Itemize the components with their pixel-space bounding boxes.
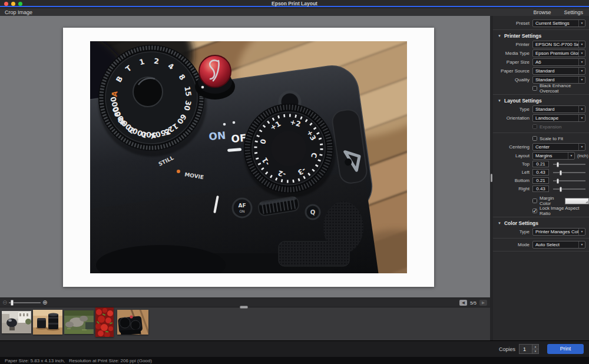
chevron-down-icon: ▼ [578,77,585,83]
disclosure-triangle-icon: ▼ [498,99,501,102]
zoom-in-icon[interactable]: ⊕ [42,299,47,306]
margin-color-swatch[interactable] [565,198,589,204]
margin-bottom-slider[interactable] [553,177,585,184]
preview-canvas: 1248153060125250X5001000200040008000ABT … [0,16,490,297]
margin-right-input[interactable]: 0.43 [532,186,549,192]
media-type-label: Media Type [497,51,530,56]
preset-dropdown[interactable]: Current Settings ▼ [532,19,585,27]
svg-text:A: A [110,90,119,97]
chevron-down-icon: ▼ [578,68,585,74]
chevron-down-icon: ▼ [578,50,585,57]
copies-decrement-icon[interactable]: ▼ [532,349,538,353]
printer-label: Printer [497,42,530,47]
media-type-dropdown[interactable]: Epson Premium Glossy ▼ [532,49,585,57]
margin-top-slider[interactable] [553,161,585,167]
color-type-dropdown[interactable]: Printer Manages Color ▼ [532,228,585,236]
layout-label: Layout [497,153,530,158]
layout-type-label: Type [497,107,530,112]
movie-indicator-dot [177,170,180,173]
copies-value[interactable]: 1 [519,345,532,353]
paper-size-label: Paper Size [497,59,530,65]
filmstrip [0,307,490,340]
paper-source-dropdown[interactable]: Standard ▼ [532,67,585,75]
next-image-button[interactable]: ▶ [479,300,487,306]
thumbnail-3[interactable] [64,310,94,334]
margin-bottom-label: Bottom [497,178,530,183]
copies-increment-icon[interactable]: ▲ [532,345,538,349]
chevron-down-icon: ▼ [578,59,585,65]
centering-dropdown[interactable]: Center ▼ [532,143,585,151]
color-mode-dropdown[interactable]: Auto Select ▼ [532,241,585,249]
thumbnail-2[interactable] [33,310,62,335]
power-on-label: ON [209,130,226,143]
quality-dropdown[interactable]: Standard ▼ [532,76,585,84]
svg-text:ON: ON [239,209,244,213]
print-button[interactable]: Print [547,344,584,354]
section-printer-settings[interactable]: ▼ Printer Settings [493,32,589,39]
zoom-slider-knob[interactable] [11,300,14,306]
margin-color-checkbox[interactable] [532,198,537,203]
thumbnail-1[interactable] [2,311,31,333]
main-toolbar: Crop Image Browse Settings [0,8,589,16]
margin-top-input[interactable]: 0.21 [532,161,549,167]
chevron-down-icon: ▼ [568,153,574,159]
settings-button[interactable]: Settings [564,9,583,15]
margin-right-label: Right [497,186,530,191]
disclosure-triangle-icon: ▼ [498,221,501,225]
section-color-settings[interactable]: ▼ Color Settings [493,219,589,227]
black-enhance-checkbox[interactable] [532,86,537,91]
chevron-down-icon: ▼ [578,41,585,48]
settings-panel: Preset Current Settings ▼ ▼ Printer Sett… [493,16,589,340]
preview-photo[interactable]: 1248153060125250X5001000200040008000ABT … [90,41,407,273]
previous-image-button[interactable]: ◀ [459,300,467,306]
margin-unit-label: (inch) [577,153,588,158]
status-text: Paper Size: 5.83 x 4.13 inch, Resolution… [5,358,152,363]
lock-aspect-checkbox[interactable] [532,209,537,213]
chevron-down-icon: ▼ [578,106,585,112]
divider [493,238,589,239]
splitter-handle-icon[interactable] [491,174,492,182]
chevron-down-icon: ▼ [578,20,585,27]
layout-type-dropdown[interactable]: Standard ▼ [532,105,585,113]
layout-dropdown[interactable]: Margins ▼ [532,152,575,160]
browse-button[interactable]: Browse [533,9,551,15]
filmstrip-splitter-handle[interactable] [240,306,248,309]
page-indicator: 5/5 [470,300,477,306]
svg-text:AF: AF [238,203,246,209]
divider [493,133,589,133]
section-layout-settings[interactable]: ▼ Layout Settings [493,97,589,104]
divider [493,217,589,217]
margin-left-label: Left [497,170,530,175]
copies-label: Copies [499,346,515,352]
divider [493,94,589,95]
paper-source-label: Paper Source [497,68,530,74]
margin-bottom-input[interactable]: 0.21 [532,177,549,184]
app-window: Epson Print Layout Crop Image Browse Set… [0,0,589,364]
crop-image-button[interactable]: Crop Image [5,9,32,15]
margin-left-input[interactable]: 0.43 [532,169,549,176]
af-on-button: AF ON [233,198,252,217]
preset-label: Preset [497,21,530,26]
margin-left-slider[interactable] [553,169,585,176]
zoom-out-icon[interactable]: ⊖ [2,299,7,306]
chevron-down-icon: ▼ [578,115,585,121]
color-type-label: Type [497,229,530,234]
chevron-down-icon: ▼ [578,241,585,248]
zoom-bar: ⊖ ⊕ ◀ 5/5 ▶ [0,297,490,307]
orientation-label: Orientation [497,115,530,121]
quality-label: Quality [497,77,530,82]
orientation-dropdown[interactable]: Landscape ▼ [532,114,585,122]
paper-preview: 1248153060125250X5001000200040008000ABT … [63,28,434,287]
scale-to-fit-checkbox[interactable] [532,136,537,141]
printer-dropdown[interactable]: EPSON SC-P700 Series (IP) ▼ [532,41,585,48]
zoom-slider-track[interactable] [9,302,41,303]
chevron-down-icon: ▼ [578,144,585,150]
chevron-down-icon: ▼ [578,229,585,235]
copies-stepper: 1 ▲ ▼ [519,344,539,354]
paper-size-dropdown[interactable]: A6 ▼ [532,58,585,66]
margin-right-slider[interactable] [553,186,585,192]
thumbnail-5[interactable] [117,310,148,335]
expansion-checkbox[interactable] [532,124,537,129]
thumbnail-4[interactable] [95,307,114,337]
centering-label: Centering [497,144,530,150]
